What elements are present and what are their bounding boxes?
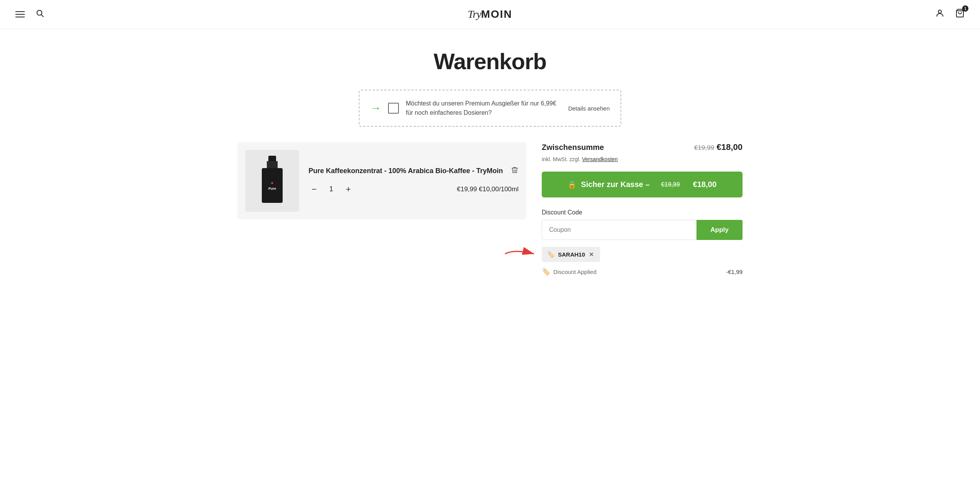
promo-checkbox[interactable]: [388, 103, 399, 114]
quantity-decrease-button[interactable]: −: [309, 183, 320, 196]
item-name-text: Pure Kaffeekonzentrat - 100% Arabica Bio…: [309, 167, 503, 175]
header-left: [14, 7, 46, 21]
svg-point-2: [938, 10, 941, 13]
item-price: €19,99 €10,00/100ml: [457, 185, 519, 193]
discount-code-label: Discount Code: [542, 209, 743, 216]
coupon-remove-button[interactable]: ✕: [588, 251, 595, 258]
coupon-tag-row: 🏷️ SARAH10 ✕: [542, 247, 743, 262]
item-name-row: Pure Kaffeekonzentrat - 100% Arabica Bio…: [309, 166, 519, 176]
subtotal-price: €19,99€18,00: [694, 142, 743, 152]
search-button[interactable]: [34, 7, 46, 21]
account-button[interactable]: [934, 7, 946, 22]
checkout-label: Sicher zur Kasse –: [581, 180, 649, 189]
cart-section: ● Pure Pure Kaffeekonzentrat - 100% Arab…: [237, 142, 526, 219]
red-arrow-icon: [503, 247, 538, 261]
shipping-link[interactable]: Versandkosten: [582, 156, 618, 162]
promo-text: Möchtest du unseren Premium Ausgießer fü…: [406, 99, 561, 117]
hamburger-menu-button[interactable]: [14, 10, 26, 19]
quantity-value: 1: [327, 185, 336, 193]
item-price-row: − 1 + €19,99 €10,00/100ml: [309, 183, 519, 196]
site-logo: TryMOIN: [468, 8, 512, 20]
item-details: Pure Kaffeekonzentrat - 100% Arabica Bio…: [309, 166, 519, 196]
header-right: 1: [934, 7, 966, 22]
checkout-price-old: €19,99: [661, 181, 680, 188]
discount-amount: -€1,99: [726, 269, 743, 275]
main-content: ● Pure Pure Kaffeekonzentrat - 100% Arab…: [224, 142, 756, 299]
header: TryMOIN 1: [0, 0, 980, 29]
discount-applied-row: 🏷️ Discount Applied -€1,99: [542, 267, 743, 276]
search-icon: [36, 9, 44, 17]
cart-button[interactable]: 1: [954, 7, 966, 22]
cart-badge: 1: [962, 5, 968, 12]
item-image: ● Pure: [245, 150, 299, 212]
subtotal-price-new: €18,00: [717, 142, 743, 152]
discount-applied-icon: 🏷️: [542, 267, 550, 276]
checkout-price-new: €18,00: [693, 180, 716, 189]
coupon-input[interactable]: [542, 220, 697, 240]
discount-input-row: Apply: [542, 220, 743, 240]
trash-icon: [511, 166, 519, 174]
lock-icon: 🔒: [568, 180, 576, 189]
shipping-text: inkl. MwSt. zzgl.: [542, 156, 580, 162]
coupon-code: SARAH10: [558, 251, 585, 258]
account-icon: [935, 9, 944, 18]
subtotal-label: Zwischensumme: [542, 143, 604, 152]
coupon-tag: 🏷️ SARAH10 ✕: [542, 247, 600, 262]
promo-arrow-icon: →: [370, 102, 381, 114]
page-title: Warenkorb: [0, 48, 980, 74]
logo-area: TryMOIN: [468, 8, 512, 20]
cart-item: ● Pure Pure Kaffeekonzentrat - 100% Arab…: [237, 142, 526, 219]
quantity-increase-button[interactable]: +: [343, 183, 354, 196]
shipping-info: inkl. MwSt. zzgl. Versandkosten: [542, 156, 743, 162]
delete-item-button[interactable]: [511, 166, 519, 176]
discount-applied-label: Discount Applied: [553, 269, 597, 275]
subtotal-price-old: €19,99: [694, 144, 714, 151]
discount-applied-left: 🏷️ Discount Applied: [542, 267, 597, 276]
apply-button[interactable]: Apply: [697, 220, 743, 240]
summary-section: Zwischensumme €19,99€18,00 inkl. MwSt. z…: [542, 142, 743, 276]
promo-banner: → Möchtest du unseren Premium Ausgießer …: [359, 90, 621, 127]
promo-details-link[interactable]: Details ansehen: [568, 105, 610, 112]
quantity-control: − 1 +: [309, 183, 354, 196]
discount-section: Discount Code Apply: [542, 209, 743, 276]
tag-icon: 🏷️: [547, 251, 555, 258]
svg-line-1: [41, 15, 43, 17]
bottle-illustration: ● Pure: [261, 156, 284, 206]
coupon-arrow-container: [503, 247, 538, 262]
subtotal-row: Zwischensumme €19,99€18,00: [542, 142, 743, 152]
checkout-button[interactable]: 🔒 Sicher zur Kasse – €19,99 €18,00: [542, 172, 743, 197]
